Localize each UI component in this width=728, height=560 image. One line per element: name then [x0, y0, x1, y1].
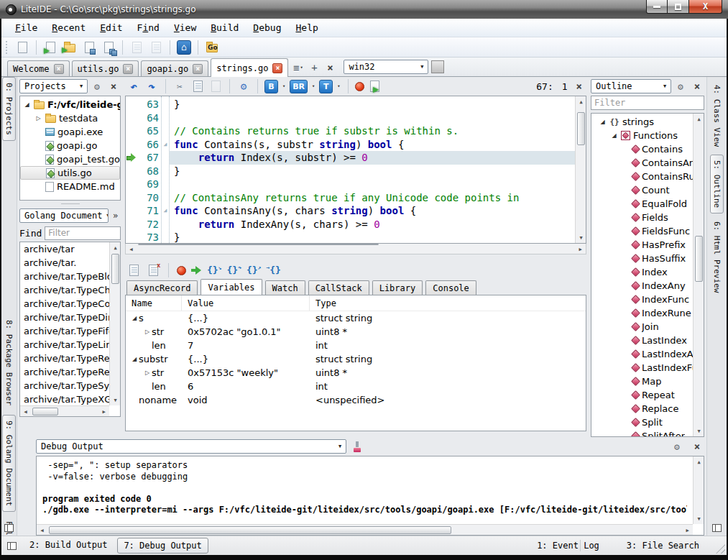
column-header-value[interactable]: Value — [182, 295, 310, 311]
tree-item-hasprefix[interactable]: HasPrefix — [591, 238, 693, 252]
vertical-scrollbar[interactable] — [693, 114, 704, 436]
scrollbar-thumb[interactable] — [32, 408, 58, 416]
gear-icon[interactable]: ⚙ — [670, 439, 684, 454]
doc-index-item[interactable]: archive/tar.TypeSymlink — [24, 380, 109, 394]
save-file-icon[interactable] — [80, 39, 98, 56]
tree-item-readme-md[interactable]: README.md — [20, 180, 120, 193]
tree-item-f-vfc-liteide-git[interactable]: ◢F:/vfc/liteide-git — [20, 98, 120, 111]
code-line[interactable]: return Index(s, substr) >= 0 — [170, 151, 575, 165]
doc-index-item[interactable]: archive/tar.TypeChar — [24, 285, 109, 298]
step-over-icon[interactable]: {}↷ — [226, 265, 241, 275]
menu-item-build[interactable]: Build — [204, 20, 245, 35]
scroll-right-icon[interactable] — [575, 244, 586, 254]
panel-splitter[interactable] — [19, 201, 121, 207]
dock-tab-5-outline[interactable]: 5: Outline — [710, 155, 724, 214]
code-line[interactable]: } — [170, 98, 575, 111]
load-log-icon[interactable] — [126, 263, 141, 277]
tab-close-icon[interactable]: × — [272, 63, 282, 73]
status-button-3-file-search[interactable]: 3: File Search — [621, 538, 705, 553]
horizontal-scrollbar[interactable] — [125, 244, 586, 254]
variable-row[interactable]: ▷str0x57153c "weekly"uint8 * — [126, 366, 586, 380]
menu-item-edit[interactable]: Edit — [93, 20, 129, 35]
doc-filter-input[interactable] — [45, 226, 121, 240]
doc-index-item[interactable]: archive/tar.TypeRegA — [24, 367, 109, 380]
variable-row[interactable]: ▷str0x5702ac "go1.0.1"uint8 * — [126, 325, 586, 339]
home-icon[interactable]: ⌂ — [175, 39, 193, 56]
expander-icon[interactable]: ◢ — [23, 101, 31, 108]
scroll-up-icon[interactable] — [576, 96, 586, 107]
tree-item-goapi-go[interactable]: goapi.go — [20, 139, 120, 152]
tree-item-join[interactable]: Join — [591, 320, 693, 334]
close-editor-button[interactable]: × — [322, 59, 338, 76]
environment-button[interactable] — [431, 60, 444, 73]
scroll-down-icon[interactable] — [694, 426, 704, 436]
dock-tab-9-golang-document[interactable]: 9: Golang Document — [2, 415, 16, 512]
tab-close-icon[interactable]: × — [54, 64, 64, 74]
gear-icon[interactable]: ⚙ — [90, 79, 104, 93]
redo-icon[interactable]: ↷ — [144, 79, 159, 93]
scrollbar-thumb[interactable] — [695, 236, 703, 282]
expander-icon[interactable]: ◢ — [599, 119, 607, 125]
variable-row[interactable]: len6int — [126, 380, 586, 393]
tree-item-containsrune[interactable]: ContainsRune — [591, 170, 693, 183]
clear-output-icon[interactable] — [352, 441, 362, 452]
export-icon[interactable] — [368, 79, 382, 93]
close-panel-icon[interactable]: × — [106, 79, 121, 93]
scroll-left-icon[interactable] — [37, 525, 47, 536]
scrollbar-thumb[interactable] — [111, 254, 119, 284]
horizontal-scrollbar[interactable] — [37, 524, 693, 535]
doc-tab-utils-go[interactable]: utils.go× — [72, 60, 139, 76]
tree-item-lastindexany[interactable]: LastIndexAny — [591, 347, 693, 361]
scroll-right-icon[interactable] — [98, 406, 109, 417]
line-number-gutter[interactable]: 6364656667686970717273 — [137, 96, 159, 243]
menu-item-recent[interactable]: Recent — [45, 20, 92, 35]
doc-index-item[interactable]: archive/tar.TypeReg — [24, 353, 109, 367]
step-into-icon[interactable]: {}↘ — [207, 265, 221, 275]
debug-stop-icon[interactable] — [355, 82, 364, 91]
expander-icon[interactable]: ◢ — [130, 315, 139, 321]
tree-item-indexfunc[interactable]: IndexFunc — [591, 293, 693, 306]
save-all-icon[interactable] — [100, 39, 117, 56]
scroll-down-icon[interactable] — [576, 232, 586, 243]
paste-icon[interactable] — [208, 79, 223, 93]
code-line[interactable]: func Contains(s, substr string) bool { — [170, 138, 575, 152]
projects-view-combo[interactable]: Projects — [19, 79, 88, 93]
open-file-icon[interactable] — [42, 39, 59, 56]
copy-icon[interactable] — [190, 79, 205, 93]
menu-item-file[interactable]: File — [9, 20, 44, 35]
code-line[interactable]: } — [170, 231, 575, 243]
new-file-icon[interactable] — [14, 39, 31, 56]
expander-icon[interactable]: ▷ — [143, 369, 152, 376]
chevron-down-icon[interactable]: ▾ — [312, 83, 315, 89]
dock-tab-0-projects[interactable]: 0: Projects — [2, 77, 16, 141]
code-line[interactable]: } — [170, 165, 575, 178]
tree-item-contains[interactable]: Contains — [591, 142, 693, 156]
close-all-icon[interactable] — [147, 39, 165, 56]
debug-tab-variables[interactable]: Variables — [201, 279, 262, 295]
tree-item-containsany[interactable]: ContainsAny — [591, 156, 693, 170]
menu-item-view[interactable]: View — [167, 20, 203, 35]
tree-item-testdata[interactable]: ▷testdata — [20, 111, 120, 125]
output-console[interactable]: -sep=", ": setup separators -v=false: ve… — [36, 456, 704, 536]
tree-item-fieldsfunc[interactable]: FieldsFunc — [591, 224, 693, 238]
minimize-button[interactable] — [646, 0, 668, 14]
tree-item-goapi-test-go[interactable]: goapi_test.go — [20, 152, 120, 166]
cut-icon[interactable]: ✂ — [172, 79, 187, 93]
outline-view-combo[interactable]: Outline — [591, 79, 671, 93]
dock-corner-icon[interactable] — [712, 524, 722, 532]
code-line[interactable]: func ContainsAny(s, chars string) bool { — [170, 204, 575, 218]
scroll-up-icon[interactable] — [110, 242, 121, 253]
run-to-line-icon[interactable]: →{} — [266, 265, 280, 275]
scroll-down-icon[interactable] — [694, 513, 704, 524]
scroll-left-icon[interactable] — [20, 406, 31, 417]
debug-tab-watch[interactable]: Watch — [265, 280, 305, 295]
tree-item-repeat[interactable]: Repeat — [591, 388, 693, 402]
doc-tab-welcome[interactable]: Welcome× — [7, 60, 70, 76]
tree-item-goapi-exe[interactable]: goapi.exe — [20, 125, 120, 139]
debug-tab-asyncrecord[interactable]: AsyncRecord — [126, 280, 198, 295]
step-out-icon[interactable]: {}↗ — [246, 265, 261, 275]
variable-row[interactable]: ◢substr{...}struct string — [126, 352, 586, 366]
tab-list-button[interactable]: ≡▾ — [290, 59, 306, 76]
menu-item-debug[interactable]: Debug — [246, 20, 287, 35]
code-line[interactable]: // Contains returns true if substr is wi… — [170, 124, 575, 138]
